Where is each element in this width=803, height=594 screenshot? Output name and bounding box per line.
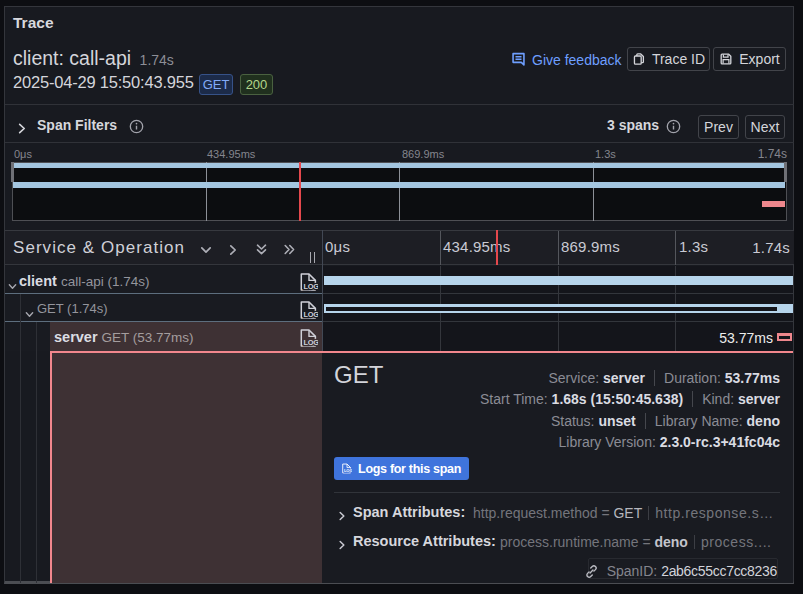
svg-text:LOG: LOG [303, 281, 318, 290]
svg-text:LOG: LOG [344, 468, 352, 473]
svg-text:LOG: LOG [303, 309, 318, 318]
svg-text:LOG: LOG [303, 337, 318, 346]
